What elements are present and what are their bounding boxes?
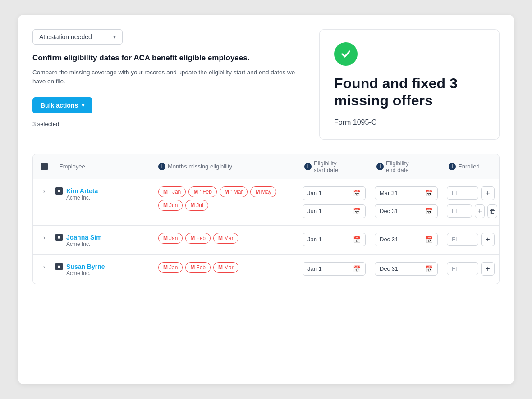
expand-icon-susan[interactable]: › (43, 264, 45, 270)
expand-col-susan[interactable]: › (33, 262, 55, 270)
expand-icon-kim[interactable]: › (43, 188, 45, 195)
attestation-dropdown[interactable]: Attestation needed ▾ (32, 29, 123, 45)
end-date-info-icon: i (376, 163, 384, 170)
header-end-date: i Eligibilityend date (373, 160, 445, 173)
joanna-start-dates: Jan 1 📅 (301, 233, 373, 246)
joanna-start-cal[interactable]: 📅 (353, 236, 361, 243)
table-row: › ■ Joanna Sim Acme Inc. M Jan M Feb M M… (33, 226, 499, 255)
joanna-end-date-value: Dec 31 (380, 236, 398, 243)
table-row: › ■ Kim Arteta Acme Inc. M* Jan M* Feb M… (33, 179, 499, 226)
susan-start-cal[interactable]: 📅 (353, 265, 361, 272)
employee-col-joanna: ■ Joanna Sim Acme Inc. (55, 233, 155, 247)
joanna-plus-btn[interactable]: + (481, 233, 495, 246)
susan-end-date-value: Dec 31 (380, 265, 398, 272)
kim-month-feb: M* Feb (188, 186, 217, 197)
susan-plus-btn[interactable]: + (481, 262, 495, 276)
kim-start-date-1[interactable]: Jan 1 📅 (303, 186, 366, 200)
bulk-actions-button[interactable]: Bulk actions ▾ (32, 97, 92, 113)
joanna-month-feb: M Feb (185, 233, 211, 244)
employee-table: ─ Employee i Months missing eligibility … (32, 154, 500, 284)
header-employee: Employee (55, 163, 155, 170)
joanna-enrolled: FI + (445, 233, 499, 246)
kim-info: Kim Arteta Acme Inc. (66, 187, 98, 201)
joanna-enrolled-input[interactable]: FI (447, 233, 478, 246)
kim-start-cal-2[interactable]: 📅 (353, 208, 361, 215)
row-main-susan: › ■ Susan Byrne Acme Inc. M Jan M Feb M … (33, 262, 499, 277)
sub-text: Compare the missing coverage with your r… (32, 68, 305, 86)
header-enrolled: i Enrolled (445, 163, 499, 170)
joanna-end-date-1[interactable]: Dec 31 📅 (375, 233, 438, 246)
employee-col-kim: ■ Kim Arteta Acme Inc. (55, 186, 155, 201)
start-date-info-icon: i (304, 163, 312, 170)
kim-month-mar: M* Mar (220, 186, 248, 197)
kim-months: M* Jan M* Feb M* Mar M May M Jun M Jul (155, 186, 301, 211)
kim-enrolled: FI + FI + 🗑 (445, 186, 499, 218)
expand-col-kim[interactable]: › (33, 186, 55, 195)
enrolled-info-icon: i (449, 163, 456, 170)
kim-end-date-2-value: Dec 31 (380, 208, 398, 214)
header-checkbox[interactable]: ─ (41, 163, 48, 170)
kim-checkbox[interactable]: ■ (55, 187, 63, 195)
row-main-joanna: › ■ Joanna Sim Acme Inc. M Jan M Feb M M… (33, 233, 499, 247)
kim-end-date-2[interactable]: Dec 31 📅 (375, 204, 438, 218)
main-title: Confirm eligibility dates for ACA benefi… (32, 54, 305, 63)
kim-start-date-1-value: Jan 1 (307, 190, 322, 196)
selected-count: 3 selected (32, 121, 305, 127)
expand-col-joanna[interactable]: › (33, 233, 55, 241)
susan-start-date-1[interactable]: Jan 1 📅 (303, 262, 366, 276)
joanna-end-dates: Dec 31 📅 (373, 233, 445, 246)
joanna-start-date-value: Jan 1 (307, 236, 322, 243)
success-card: Found and fixed 3missing offers Form 109… (319, 29, 500, 140)
header-months: i Months missing eligibility (155, 163, 301, 170)
attestation-chevron: ▾ (113, 34, 116, 40)
susan-checkbox[interactable]: ■ (55, 263, 63, 270)
susan-month-feb: M Feb (185, 262, 211, 273)
susan-end-date-1[interactable]: Dec 31 📅 (375, 262, 438, 276)
joanna-checkbox[interactable]: ■ (55, 234, 63, 241)
kim-month-may: M May (250, 186, 276, 197)
expand-icon-joanna[interactable]: › (43, 235, 45, 241)
kim-start-date-2-value: Jun 1 (307, 208, 322, 214)
susan-company: Acme Inc. (66, 270, 105, 277)
employee-col-label: Employee (59, 163, 85, 170)
left-panel: Attestation needed ▾ Confirm eligibility… (32, 29, 305, 140)
bulk-actions-label: Bulk actions (41, 102, 78, 109)
bulk-actions-chevron: ▾ (82, 102, 84, 109)
kim-end-date-1-value: Mar 31 (380, 190, 398, 196)
kim-trash-btn[interactable]: 🗑 (487, 204, 497, 218)
months-col-label: Months missing eligibility (168, 163, 232, 170)
kim-end-date-1[interactable]: Mar 31 📅 (375, 186, 438, 200)
kim-start-date-2[interactable]: Jun 1 📅 (303, 204, 366, 218)
header-checkbox-col: ─ (33, 163, 55, 170)
kim-enrolled-input-2[interactable]: FI (447, 204, 472, 218)
joanna-company: Acme Inc. (66, 241, 102, 247)
joanna-enrolled-row: FI + (447, 233, 497, 246)
row-main-kim: › ■ Kim Arteta Acme Inc. M* Jan M* Feb M… (33, 186, 499, 218)
form-label: Form 1095-C (334, 118, 485, 127)
table-header: ─ Employee i Months missing eligibility … (33, 154, 499, 179)
kim-month-jun: M Jun (158, 200, 183, 211)
susan-enrolled-row: FI + (447, 262, 497, 276)
susan-start-date-value: Jan 1 (307, 265, 322, 272)
joanna-month-mar: M Mar (213, 233, 238, 244)
kim-enrolled-input-1[interactable]: FI (447, 186, 478, 200)
joanna-month-jan: M Jan (158, 233, 183, 244)
susan-enrolled-input[interactable]: FI (447, 262, 478, 275)
kim-plus-btn-1[interactable]: + (481, 186, 495, 200)
joanna-start-date-1[interactable]: Jan 1 📅 (303, 233, 366, 246)
kim-end-cal-1[interactable]: 📅 (425, 190, 433, 197)
joanna-end-cal[interactable]: 📅 (425, 236, 433, 243)
joanna-info: Joanna Sim Acme Inc. (66, 234, 102, 247)
start-date-col-label: Eligibilitystart date (314, 160, 338, 173)
kim-end-cal-2[interactable]: 📅 (425, 208, 433, 215)
susan-name: Susan Byrne (66, 263, 105, 270)
susan-info: Susan Byrne Acme Inc. (66, 263, 105, 277)
kim-month-jan: M* Jan (158, 186, 186, 197)
susan-end-dates: Dec 31 📅 (373, 262, 445, 276)
kim-plus-btn-2[interactable]: + (475, 204, 485, 218)
header-start-date: i Eligibilitystart date (301, 160, 373, 173)
kim-start-cal-1[interactable]: 📅 (353, 190, 361, 197)
susan-end-cal[interactable]: 📅 (425, 265, 433, 272)
kim-name: Kim Arteta (66, 187, 98, 195)
kim-month-jul: M Jul (185, 200, 208, 211)
